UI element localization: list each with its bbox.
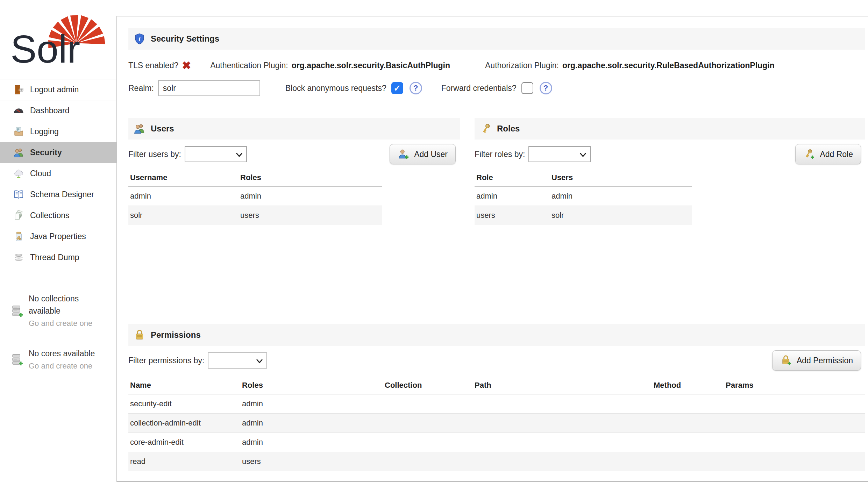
filter-roles-select[interactable] bbox=[528, 146, 591, 162]
filter-permissions-select[interactable] bbox=[208, 352, 267, 369]
perm-col-method: Method bbox=[652, 377, 724, 394]
add-role-button[interactable]: Add Role bbox=[795, 144, 861, 164]
cloud-icon bbox=[13, 168, 24, 179]
permissions-table: Name Roles Collection Path Method Params… bbox=[128, 377, 865, 471]
forward-credentials-help-icon[interactable] bbox=[540, 82, 552, 94]
security-settings-header: i Security Settings bbox=[128, 28, 865, 50]
no-cores-line1: No cores available bbox=[29, 348, 95, 360]
logout-door-icon bbox=[13, 84, 24, 95]
sidebar-item-schema-designer[interactable]: Schema Designer bbox=[0, 184, 116, 205]
users-people-icon bbox=[134, 123, 145, 135]
plugin-info-row: TLS enabled? Authentication Plugin: org.… bbox=[128, 60, 865, 71]
security-people-icon bbox=[13, 147, 24, 158]
svg-text:Solr: Solr bbox=[10, 27, 80, 69]
chevron-down-icon bbox=[256, 358, 263, 364]
chevron-down-icon bbox=[579, 152, 586, 157]
sidebar-item-label: Thread Dump bbox=[30, 253, 79, 262]
roles-title: Roles bbox=[497, 124, 520, 134]
key-add-icon bbox=[803, 148, 815, 160]
sidebar-item-label: Logging bbox=[30, 127, 59, 136]
users-table: Username Roles admin admin solr users bbox=[128, 170, 382, 225]
realm-label: Realm: bbox=[128, 84, 154, 93]
sidebar-item-thread-dump[interactable]: Thread Dump bbox=[0, 247, 116, 268]
add-user-button[interactable]: Add User bbox=[390, 144, 456, 164]
page-title: Security Settings bbox=[151, 34, 219, 44]
table-row[interactable]: admin admin bbox=[475, 187, 692, 206]
sidebar-item-label: Collections bbox=[30, 211, 70, 220]
sidebar-item-java-properties[interactable]: Java Properties bbox=[0, 226, 116, 247]
dashboard-gauge-icon bbox=[13, 105, 24, 116]
authz-plugin-label: Authorization Plugin: bbox=[485, 61, 559, 70]
add-permission-button[interactable]: Add Permission bbox=[772, 350, 861, 371]
users-col-username: Username bbox=[128, 170, 239, 187]
sidebar-item-label: Logout admin bbox=[30, 85, 79, 94]
filter-users-select[interactable] bbox=[185, 146, 247, 162]
permissions-header: Permissions bbox=[128, 324, 865, 346]
filter-roles-label: Filter roles by: bbox=[475, 150, 525, 159]
authz-plugin-value: org.apache.solr.security.RuleBasedAuthor… bbox=[562, 61, 775, 70]
logging-tray-icon bbox=[13, 126, 24, 137]
sidebar-item-security[interactable]: Security bbox=[0, 142, 116, 163]
svg-text:i: i bbox=[138, 35, 141, 43]
schema-book-icon bbox=[13, 189, 24, 200]
create-collection-link[interactable]: Go and create one bbox=[29, 317, 92, 329]
table-row[interactable]: read users bbox=[128, 452, 865, 471]
users-roles-section: Users Filter users by: Add User bbox=[128, 118, 865, 324]
no-collections-line2: available bbox=[29, 305, 92, 317]
perm-col-roles: Roles bbox=[240, 377, 383, 394]
create-core-link[interactable]: Go and create one bbox=[29, 360, 95, 372]
realm-row: Realm: Block anonymous requests? Forward… bbox=[128, 80, 865, 96]
sidebar-item-collections[interactable]: Collections bbox=[0, 205, 116, 226]
filter-users-label: Filter users by: bbox=[128, 150, 181, 159]
perm-col-path: Path bbox=[473, 377, 652, 394]
users-panel: Users Filter users by: Add User bbox=[128, 118, 460, 324]
sidebar-item-label: Dashboard bbox=[30, 106, 70, 115]
tls-disabled-icon bbox=[182, 60, 191, 71]
no-cores-note: No cores available Go and create one bbox=[10, 348, 108, 372]
chevron-down-icon bbox=[236, 152, 243, 157]
sidebar-item-logging[interactable]: Logging bbox=[0, 121, 116, 142]
roles-panel: Roles Filter roles by: Add Role bbox=[475, 118, 865, 324]
main-panel: i Security Settings TLS enabled? Authent… bbox=[116, 16, 868, 482]
forward-credentials-checkbox[interactable] bbox=[521, 82, 533, 94]
sidebar-item-label: Schema Designer bbox=[30, 190, 94, 199]
sidebar-item-label: Cloud bbox=[30, 169, 51, 178]
roles-col-role: Role bbox=[475, 170, 550, 187]
no-collections-line1: No collections bbox=[29, 293, 92, 305]
table-row[interactable]: security-edit admin bbox=[128, 394, 865, 414]
auth-plugin-label: Authentication Plugin: bbox=[210, 61, 288, 70]
users-title: Users bbox=[151, 124, 174, 134]
block-anonymous-help-icon[interactable] bbox=[410, 82, 422, 94]
table-row[interactable]: collection-admin-edit admin bbox=[128, 414, 865, 433]
block-anonymous-checkbox[interactable] bbox=[391, 82, 403, 94]
users-header: Users bbox=[128, 118, 460, 140]
table-row[interactable]: admin admin bbox=[128, 187, 382, 206]
solr-logo[interactable]: Solr bbox=[10, 10, 109, 69]
users-col-roles: Roles bbox=[239, 170, 382, 187]
sidebar-item-label: Java Properties bbox=[30, 232, 86, 241]
table-row[interactable]: users solr bbox=[475, 206, 692, 225]
table-row[interactable]: solr users bbox=[128, 206, 382, 225]
permissions-panel: Permissions Filter permissions by: Add P… bbox=[128, 324, 865, 471]
collection-add-icon bbox=[10, 305, 24, 318]
block-anonymous-label: Block anonymous requests? bbox=[285, 84, 386, 93]
perm-col-collection: Collection bbox=[383, 377, 473, 394]
shield-info-icon: i bbox=[134, 33, 145, 45]
user-add-icon bbox=[398, 148, 410, 160]
filter-permissions-label: Filter permissions by: bbox=[128, 356, 204, 365]
sidebar-item-dashboard[interactable]: Dashboard bbox=[0, 100, 116, 121]
table-row[interactable]: core-admin-edit admin bbox=[128, 433, 865, 452]
lock-add-icon bbox=[780, 355, 792, 366]
sidebar-item-logout[interactable]: Logout admin bbox=[0, 79, 116, 100]
permissions-title: Permissions bbox=[151, 330, 201, 340]
lock-icon bbox=[134, 329, 145, 341]
collections-docs-icon bbox=[13, 210, 24, 221]
perm-col-params: Params bbox=[724, 377, 865, 394]
perm-col-name: Name bbox=[128, 377, 240, 394]
thread-layers-icon bbox=[13, 252, 24, 263]
tls-label: TLS enabled? bbox=[128, 61, 178, 70]
realm-input[interactable] bbox=[158, 80, 260, 96]
sidebar-item-cloud[interactable]: Cloud bbox=[0, 163, 116, 184]
no-collections-note: No collections available Go and create o… bbox=[10, 293, 108, 329]
sidebar-nav: Logout admin Dashboard Logging Security … bbox=[0, 79, 116, 268]
